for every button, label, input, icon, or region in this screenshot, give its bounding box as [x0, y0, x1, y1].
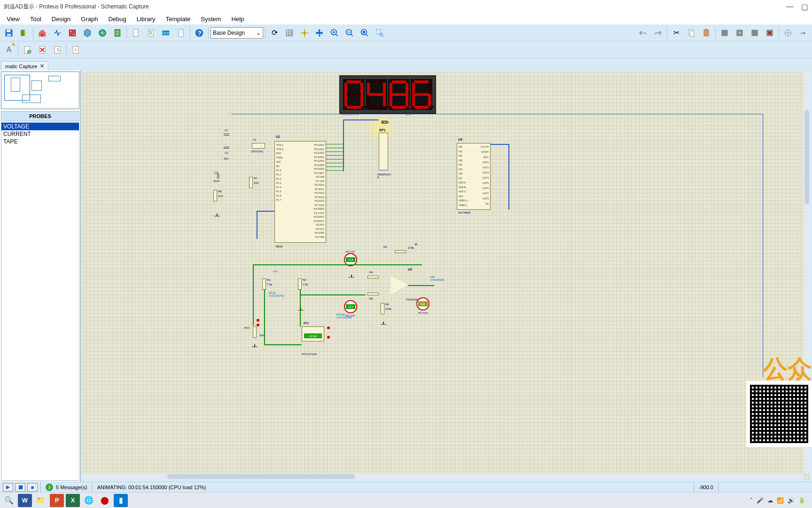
- res-r7[interactable]: [249, 177, 253, 188]
- cut-icon[interactable]: ✂: [669, 26, 683, 40]
- pot-down[interactable]: [257, 324, 259, 326]
- text-tool-icon[interactable]: A✎: [2, 43, 16, 57]
- rtd-rt1[interactable]: 47.00: [302, 326, 324, 341]
- taskbar-browser-icon[interactable]: 🌐: [82, 494, 96, 507]
- crystal-x1[interactable]: [252, 143, 265, 149]
- res-r4[interactable]: [367, 276, 379, 278]
- taskbar-app-icon[interactable]: ▮: [114, 494, 128, 507]
- minimize-button[interactable]: —: [786, 2, 794, 11]
- block-rotate-icon[interactable]: [748, 26, 762, 40]
- taskbar-word-icon[interactable]: W: [18, 494, 32, 507]
- pause-button[interactable]: ▮▮: [15, 483, 25, 492]
- paste-icon[interactable]: [699, 26, 713, 40]
- design-combo[interactable]: Base Design⌄: [211, 27, 263, 39]
- hscroll[interactable]: [83, 473, 804, 480]
- menu-design[interactable]: Design: [47, 15, 75, 24]
- rt-up[interactable]: [327, 326, 330, 329]
- arrow-right-icon[interactable]: →: [796, 26, 810, 40]
- 3dview-icon[interactable]: [80, 26, 94, 40]
- grid-icon[interactable]: [282, 26, 297, 40]
- origin-icon[interactable]: [297, 26, 312, 40]
- probe-tape[interactable]: TAPE: [1, 138, 79, 145]
- play-button[interactable]: ▶: [3, 483, 13, 492]
- overview-panel[interactable]: [1, 71, 79, 109]
- taskbar-powerpoint-icon[interactable]: P: [50, 494, 64, 507]
- sheet-tool-icon[interactable]: [50, 43, 64, 57]
- schematic-icon[interactable]: [50, 26, 64, 40]
- meter-right[interactable]: 0.0: [416, 297, 429, 310]
- binary-icon[interactable]: 0101: [159, 26, 173, 40]
- menu-template[interactable]: Template: [161, 15, 195, 24]
- res-r3[interactable]: [395, 250, 406, 253]
- taskbar-search-icon[interactable]: 🔍: [2, 494, 16, 507]
- save-icon[interactable]: [2, 26, 16, 40]
- copy-icon[interactable]: [684, 26, 698, 40]
- tray-mic-icon[interactable]: 🎤: [757, 497, 764, 504]
- zoom-in-icon[interactable]: [328, 26, 342, 40]
- zoom-area-icon[interactable]: [373, 26, 387, 40]
- help-icon[interactable]: ?: [192, 26, 206, 40]
- res-r2[interactable]: [298, 278, 302, 290]
- tray-bat-icon[interactable]: 🔋: [798, 497, 805, 504]
- bom-icon[interactable]: [110, 26, 125, 40]
- pick-icon[interactable]: [781, 26, 795, 40]
- pot-rv1[interactable]: [253, 326, 257, 338]
- undo-icon[interactable]: [636, 26, 650, 40]
- pcb-icon[interactable]: [65, 26, 79, 40]
- home-icon[interactable]: [35, 26, 49, 40]
- block-delete-icon[interactable]: [763, 26, 777, 40]
- doc-icon[interactable]: [129, 26, 143, 40]
- block-copy-icon[interactable]: [718, 26, 732, 40]
- menu-tool[interactable]: Tool: [25, 15, 46, 24]
- taskbar-explorer-icon[interactable]: 📁: [34, 494, 48, 507]
- schematic-canvas[interactable]: ABCDEFG DP1234 ✎ U1 80C51 XTAL1XTAL2RSTP…: [83, 72, 810, 480]
- meter-bot[interactable]: +1.2: [344, 300, 357, 313]
- res-r8[interactable]: [213, 190, 217, 201]
- probe-current[interactable]: CURRENT: [1, 130, 79, 138]
- res-r6[interactable]: [381, 303, 384, 314]
- tray-cloud-icon[interactable]: ☁: [767, 497, 773, 504]
- pot-up[interactable]: [257, 319, 259, 322]
- pan-icon[interactable]: [312, 26, 327, 40]
- taskbar-excel-icon[interactable]: X: [66, 494, 80, 507]
- menu-view[interactable]: View: [2, 15, 24, 24]
- menu-debug[interactable]: Debug: [103, 15, 131, 24]
- stop-button[interactable]: ■: [27, 483, 38, 492]
- sheet-delete-icon[interactable]: [35, 43, 49, 57]
- probe-voltage[interactable]: VOLTAGE: [1, 123, 79, 130]
- chip-u1[interactable]: U1 80C51 XTAL1XTAL2RSTPSENALEEAP1.0P1.1P…: [274, 141, 326, 243]
- sheet-add-icon[interactable]: [20, 43, 34, 57]
- probes-list[interactable]: VOLTAGE CURRENT TAPE: [1, 122, 79, 481]
- menu-graph[interactable]: Graph: [76, 15, 102, 24]
- rt-down[interactable]: [327, 336, 330, 339]
- close-project-icon[interactable]: [17, 26, 31, 40]
- tray-net-icon[interactable]: 📶: [777, 497, 784, 504]
- tray-vol-icon[interactable]: 🔊: [788, 497, 795, 504]
- zoom-fit-icon[interactable]: [358, 26, 372, 40]
- maximize-button[interactable]: ▢: [801, 2, 808, 11]
- info-icon[interactable]: i: [46, 484, 53, 491]
- res-r1[interactable]: [262, 278, 266, 290]
- gerber-icon[interactable]: [95, 26, 109, 40]
- menu-help[interactable]: Help: [227, 15, 249, 24]
- tab-close-icon[interactable]: ✕: [40, 63, 44, 69]
- res-r5[interactable]: [367, 293, 379, 295]
- taskbar-record-icon[interactable]: ⬤: [98, 494, 112, 507]
- opamp-u2[interactable]: [391, 276, 408, 294]
- message-count[interactable]: 5 Message(s): [56, 484, 87, 490]
- menu-library[interactable]: Library: [132, 15, 160, 24]
- redo-icon[interactable]: [651, 26, 665, 40]
- tab-schematic-capture[interactable]: matic Capture ✕: [1, 61, 48, 71]
- block-move-icon[interactable]: [733, 26, 747, 40]
- cap-c1[interactable]: [224, 134, 229, 135]
- chip-rp1[interactable]: RP1 RESPACK-8: [379, 133, 388, 170]
- money-icon[interactable]: $: [144, 26, 158, 40]
- cap-c2[interactable]: [224, 147, 229, 149]
- notes-icon[interactable]: [174, 26, 188, 40]
- refresh-icon[interactable]: ⟳: [267, 26, 281, 40]
- tray-up-icon[interactable]: ˄: [750, 497, 753, 504]
- flash-icon[interactable]: [69, 43, 83, 57]
- chip-u4[interactable]: U4 ADC0808 IN0IN1IN2IN3IN4IN5IN6IN7ADD A…: [457, 143, 491, 210]
- zoom-out-icon[interactable]: [343, 26, 357, 40]
- system-tray[interactable]: ˄ 🎤 ☁ 📶 🔊 🔋: [750, 497, 810, 504]
